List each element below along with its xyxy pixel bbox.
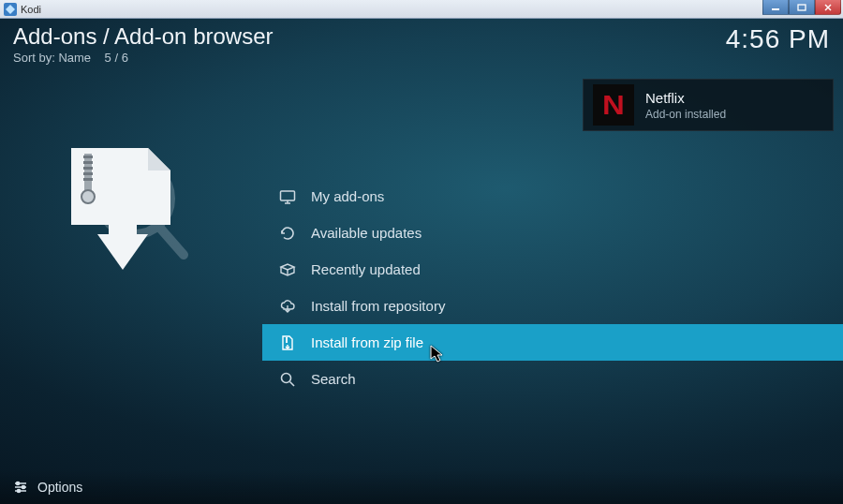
clock: 4:56 PM (726, 24, 830, 65)
breadcrumb: Add-ons / Add-on browser (13, 24, 274, 49)
svg-rect-9 (83, 161, 93, 164)
svg-rect-1 (772, 8, 779, 10)
header-left: Add-ons / Add-on browser Sort by: Name 5… (13, 24, 274, 65)
download-illustration (52, 141, 193, 281)
menu-item-label: Available updates (311, 225, 422, 241)
svg-rect-16 (281, 191, 295, 200)
refresh-icon (279, 225, 296, 242)
svg-rect-8 (83, 156, 93, 158)
kodi-app: Add-ons / Add-on browser Sort by: Name 5… (0, 19, 843, 504)
svg-point-25 (282, 373, 291, 382)
svg-rect-11 (83, 172, 93, 175)
sort-line: Sort by: Name 5 / 6 (13, 51, 274, 65)
window-controls (762, 0, 841, 15)
svg-point-33 (17, 489, 20, 492)
kodi-app-icon (4, 3, 17, 16)
notification-subtitle: Add-on installed (645, 108, 726, 121)
svg-marker-0 (6, 5, 15, 14)
svg-marker-15 (97, 234, 148, 270)
menu-item-available-updates[interactable]: Available updates (262, 215, 843, 251)
menu-item-search[interactable]: Search (262, 361, 843, 397)
footer: Options (0, 470, 843, 504)
options-label[interactable]: Options (37, 480, 82, 495)
menu-item-label: Install from zip file (311, 334, 423, 350)
window-titlebar: Kodi (0, 0, 843, 19)
notification-toast: N Netflix Add-on installed (583, 79, 834, 131)
addon-browser-menu: My add-ons Available updates Recently up… (262, 178, 843, 397)
sort-by-value: Name (58, 51, 91, 65)
monitor-icon (279, 188, 296, 205)
menu-item-my-addons[interactable]: My add-ons (262, 178, 843, 215)
menu-item-install-from-repository[interactable]: Install from repository (262, 288, 843, 324)
menu-item-label: Install from repository (311, 298, 445, 314)
svg-rect-12 (83, 178, 93, 181)
sort-by-label: Sort by: (13, 51, 55, 65)
svg-rect-2 (798, 5, 806, 10)
netflix-icon-letter: N (602, 89, 625, 121)
window-minimize-button[interactable] (762, 0, 789, 15)
menu-item-label: My add-ons (311, 188, 384, 204)
notification-title: Netflix (645, 90, 726, 106)
svg-point-31 (16, 482, 19, 484)
header: Add-ons / Add-on browser Sort by: Name 5… (13, 24, 830, 65)
menu-item-label: Recently updated (311, 261, 421, 277)
search-icon (279, 371, 296, 388)
menu-item-label: Search (311, 371, 356, 387)
cloud-download-icon (279, 298, 296, 315)
svg-line-26 (290, 381, 295, 386)
window-maximize-button[interactable] (789, 0, 815, 15)
svg-line-6 (157, 225, 184, 255)
open-box-icon (279, 261, 296, 278)
svg-rect-10 (83, 167, 93, 170)
svg-rect-14 (109, 184, 137, 234)
zip-file-icon (279, 334, 296, 351)
window-close-button[interactable] (815, 0, 841, 15)
menu-item-recently-updated[interactable]: Recently updated (262, 251, 843, 288)
svg-point-13 (81, 190, 95, 203)
svg-point-32 (22, 485, 24, 488)
netflix-icon: N (593, 84, 634, 126)
notification-text: Netflix Add-on installed (645, 90, 726, 121)
window-title: Kodi (21, 4, 41, 15)
menu-item-install-from-zip-file[interactable]: Install from zip file (262, 324, 843, 361)
options-icon[interactable] (13, 480, 28, 495)
list-position: 5 / 6 (105, 51, 128, 65)
